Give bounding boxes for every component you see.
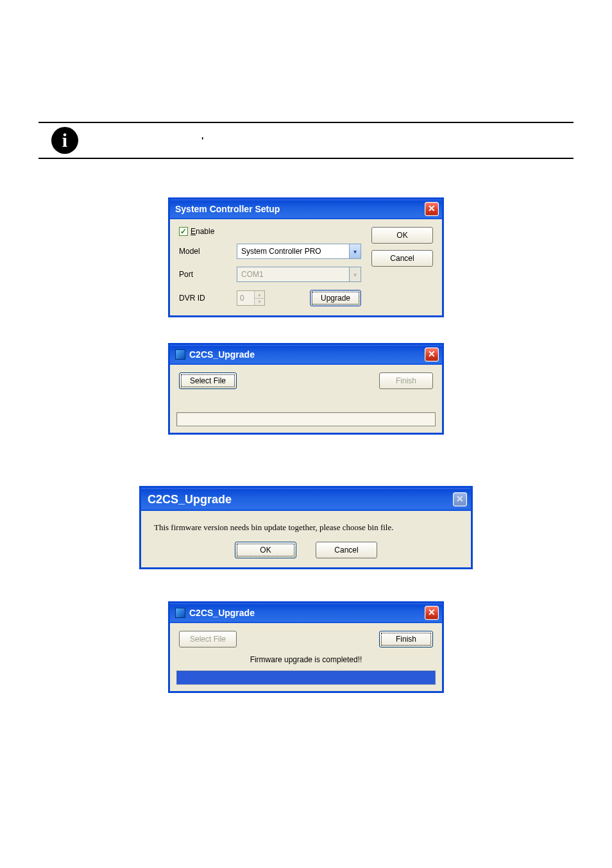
port-label: Port — [179, 270, 237, 279]
c2cs-upgrade-dialog-select: C2CS_Upgrade ✕ Select File Finish — [168, 343, 444, 435]
cancel-button[interactable]: Cancel — [316, 542, 377, 558]
dvrid-stepper: 0 ▲ ▼ — [237, 290, 265, 306]
info-icon: i — [51, 127, 78, 154]
finish-button[interactable]: Finish — [379, 631, 433, 647]
progress-bar — [176, 412, 436, 426]
titlebar[interactable]: C2CS_Upgrade ✕ — [170, 603, 442, 623]
dvrid-label: DVR ID — [179, 294, 237, 303]
chevron-down-icon: ▾ — [349, 267, 361, 281]
titlebar[interactable]: C2CS_Upgrade ✕ — [170, 345, 442, 365]
window-title: System Controller Setup — [175, 204, 280, 214]
progress-bar — [176, 671, 436, 685]
titlebar[interactable]: C2CS_Upgrade ✕ — [141, 488, 471, 511]
system-controller-setup-dialog: System Controller Setup ✕ ✓ Enable Model — [168, 197, 444, 317]
upgrade-button[interactable]: Upgrade — [310, 290, 361, 306]
enable-checkbox[interactable]: ✓ — [179, 227, 188, 236]
window-title: C2CS_Upgrade — [148, 493, 232, 506]
spin-down-icon: ▼ — [254, 299, 264, 306]
window-title: C2CS_Upgrade — [189, 349, 255, 360]
model-select[interactable]: System Controller PRO ▾ — [237, 244, 361, 259]
close-icon[interactable]: ✕ — [425, 202, 439, 216]
select-file-button: Select File — [179, 631, 237, 647]
ok-button[interactable]: OK — [371, 227, 433, 244]
chevron-down-icon[interactable]: ▾ — [349, 244, 361, 258]
close-icon: ✕ — [453, 492, 467, 506]
message-text: This firmware version needs bin update t… — [141, 511, 471, 538]
model-value: System Controller PRO — [241, 247, 321, 256]
titlebar[interactable]: System Controller Setup ✕ — [170, 199, 442, 219]
c2cs-upgrade-messagebox: C2CS_Upgrade ✕ This firmware version nee… — [139, 486, 473, 569]
close-icon[interactable]: ✕ — [425, 347, 439, 362]
select-file-button[interactable]: Select File — [179, 372, 237, 389]
enable-label: Enable — [191, 227, 214, 236]
spin-up-icon: ▲ — [254, 291, 264, 299]
status-text: Firmware upgrade is completed!! — [170, 651, 442, 671]
stray-apostrophe: ' — [201, 135, 203, 146]
finish-button: Finish — [379, 372, 433, 389]
c2cs-upgrade-dialog-done: C2CS_Upgrade ✕ Select File Finish Firmwa… — [168, 601, 444, 693]
close-icon[interactable]: ✕ — [425, 606, 439, 620]
port-select: COM1 ▾ — [237, 267, 361, 282]
cancel-button[interactable]: Cancel — [371, 250, 433, 267]
window-title: C2CS_Upgrade — [189, 608, 255, 618]
port-value: COM1 — [241, 270, 264, 279]
ok-button[interactable]: OK — [235, 542, 296, 558]
app-icon — [175, 608, 185, 618]
model-label: Model — [179, 247, 237, 256]
info-note-area: ' — [86, 135, 574, 146]
app-icon — [175, 349, 185, 360]
dvrid-value: 0 — [237, 291, 254, 305]
